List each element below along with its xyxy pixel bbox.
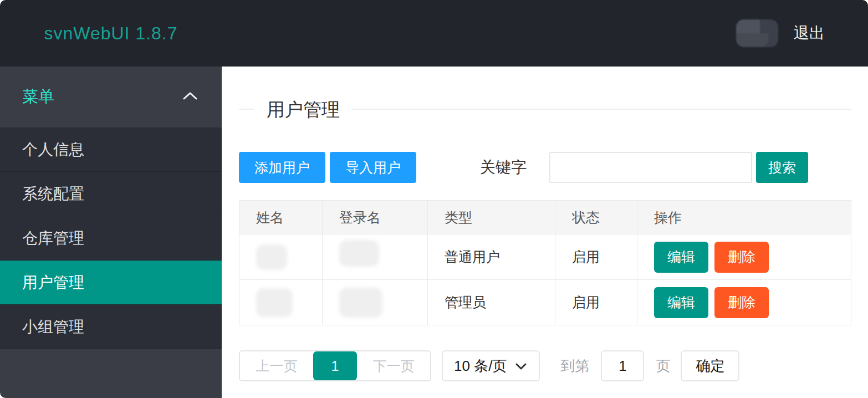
sidebar-menu-items: 个人信息 系统配置 仓库管理 用户管理 小组管理	[0, 127, 222, 349]
sidebar-item-label: 仓库管理	[22, 228, 84, 249]
sidebar-item-label: 小组管理	[22, 317, 84, 338]
app-title: svnWebUI 1.8.7	[0, 23, 222, 44]
confirm-button[interactable]: 确定	[681, 350, 739, 381]
add-user-button[interactable]: 添加用户	[239, 152, 325, 183]
sidebar-item-label: 系统配置	[22, 183, 84, 205]
user-type-cell: 管理员	[428, 280, 555, 325]
redacted-login-value	[339, 288, 382, 318]
keyword-input[interactable]	[549, 152, 752, 183]
header-status: 状态	[555, 201, 637, 234]
topbar-user-area: 退出	[736, 19, 868, 47]
header-type: 类型	[428, 201, 555, 234]
sidebar-item-repository-management[interactable]: 仓库管理	[0, 216, 222, 261]
edit-button[interactable]: 编辑	[654, 287, 708, 318]
toolbar: 添加用户 导入用户 关键字 搜索	[239, 152, 851, 183]
chevron-down-icon	[514, 358, 528, 375]
logout-link[interactable]: 退出	[794, 23, 825, 44]
page-size-value: 10 条/页	[454, 356, 507, 376]
page-title-divider: 用户管理	[239, 109, 851, 110]
sidebar-item-label: 个人信息	[22, 139, 84, 160]
main-content: 用户管理 添加用户 导入用户 关键字 搜索 姓名 登录名 类型 状态 操作	[222, 67, 868, 398]
page-size-select[interactable]: 10 条/页	[442, 350, 540, 381]
prev-page-button[interactable]: 上一页	[240, 351, 313, 380]
status-badge: 启用	[555, 234, 637, 280]
current-page-button[interactable]: 1	[313, 351, 357, 380]
users-table: 姓名 登录名 类型 状态 操作 普通用户 启用 编辑 删除	[239, 200, 851, 325]
redacted-name-value	[256, 244, 287, 270]
goto-page-prefix-label: 到第	[560, 356, 589, 376]
search-button[interactable]: 搜索	[756, 152, 808, 183]
table-row: 管理员 启用 编辑 删除	[239, 280, 851, 325]
sidebar-item-personal-info[interactable]: 个人信息	[0, 127, 222, 172]
page-nav-group: 上一页 1 下一页	[239, 350, 431, 381]
sidebar-menu-header[interactable]: 菜单	[0, 67, 222, 127]
app-window: svnWebUI 1.8.7 退出 菜单 个人信息 系统配置 仓库管理 用户管理	[0, 0, 868, 398]
sidebar-menu-title: 菜单	[22, 86, 54, 108]
status-badge: 启用	[555, 280, 637, 325]
row-operations: 编辑 删除	[654, 287, 851, 318]
header-name: 姓名	[239, 201, 323, 234]
next-page-button[interactable]: 下一页	[357, 351, 430, 380]
sidebar-item-group-management[interactable]: 小组管理	[0, 305, 222, 349]
keyword-label: 关键字	[480, 157, 527, 178]
goto-page-input[interactable]	[601, 350, 644, 381]
redacted-login-value	[339, 240, 379, 267]
table-header-row: 姓名 登录名 类型 状态 操作	[239, 201, 851, 234]
edit-button[interactable]: 编辑	[654, 242, 708, 273]
sidebar-item-label: 用户管理	[22, 272, 84, 293]
delete-button[interactable]: 删除	[714, 287, 769, 318]
user-type-cell: 普通用户	[428, 234, 555, 280]
goto-page-suffix-label: 页	[656, 356, 670, 376]
top-header-bar: svnWebUI 1.8.7 退出	[0, 0, 868, 67]
sidebar-item-user-management[interactable]: 用户管理	[0, 261, 222, 305]
delete-button[interactable]: 删除	[714, 242, 769, 273]
redacted-name-value	[256, 288, 293, 317]
page-title: 用户管理	[254, 98, 352, 123]
header-login: 登录名	[323, 201, 428, 234]
table-row: 普通用户 启用 编辑 删除	[239, 234, 851, 280]
sidebar-item-system-config[interactable]: 系统配置	[0, 172, 222, 216]
user-avatar[interactable]	[736, 19, 778, 47]
pagination-bar: 上一页 1 下一页 10 条/页 到第 页 确定	[239, 350, 851, 381]
row-operations: 编辑 删除	[654, 242, 851, 273]
import-user-button[interactable]: 导入用户	[330, 152, 416, 183]
chevron-up-icon	[182, 90, 198, 104]
sidebar-nav: 菜单 个人信息 系统配置 仓库管理 用户管理 小组管理	[0, 67, 222, 398]
header-operations: 操作	[637, 201, 851, 234]
